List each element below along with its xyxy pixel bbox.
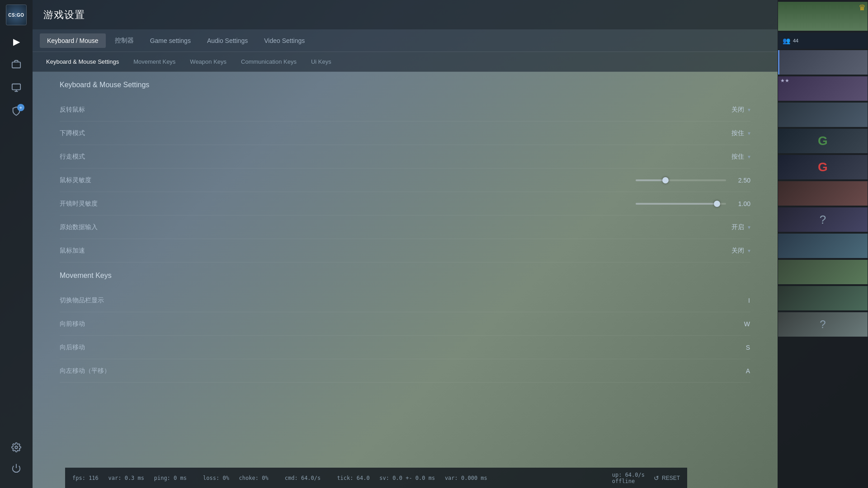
monitor-icon [11, 83, 21, 95]
scope-sensitivity-label: 开镜时灵敏度 [60, 200, 633, 208]
app-logo[interactable]: CS:GO [5, 4, 28, 26]
avatar-item-8[interactable]: ? [778, 312, 868, 337]
row-move-forward: 向前移动 W [60, 312, 750, 336]
sidebar: CS:GO ▶ + [0, 0, 33, 488]
mouse-acceleration-control: 关闭 ▾ [633, 247, 750, 255]
toggle-inventory-key[interactable]: I [748, 297, 750, 304]
avatar-item-2[interactable]: ★★ [778, 76, 868, 101]
up-status: up: 64.0/s offline [612, 472, 645, 484]
users-icon: 👥 [783, 37, 790, 44]
chevron-down-icon: ▾ [748, 154, 750, 160]
tab-video-settings[interactable]: Video Settings [257, 33, 312, 48]
row-mouse-sensitivity: 鼠标灵敏度 2.50 [60, 169, 750, 192]
walk-mode-label: 行走模式 [60, 153, 633, 161]
keyboard-mouse-section-title: Keyboard & Mouse Settings [60, 81, 750, 93]
avatar-item-unknown[interactable]: ? [778, 207, 868, 232]
briefcase-icon [11, 59, 21, 71]
tab-audio-settings[interactable]: Audio Settings [200, 33, 255, 48]
online-count-row[interactable]: 👥 44 [778, 33, 868, 49]
subtab-keyboard-mouse-settings[interactable]: Keyboard & Mouse Settings [40, 56, 125, 68]
top-avatar[interactable]: ♛ [778, 2, 868, 31]
tab-game-settings[interactable]: Game settings [143, 33, 198, 48]
raw-input-dropdown[interactable]: 开启 ▾ [714, 223, 750, 231]
avatar-item-g1[interactable]: G [778, 129, 868, 153]
mouse-sensitivity-thumb[interactable] [662, 177, 669, 183]
avatar-item-1[interactable] [778, 50, 868, 75]
avatar-item-7[interactable] [778, 286, 868, 310]
row-raw-input: 原始数据输入 开启 ▾ [60, 216, 750, 239]
sidebar-item-power[interactable] [7, 460, 25, 478]
sidebar-bottom [7, 436, 25, 481]
page-title: 游戏设置 [43, 8, 85, 22]
move-forward-control: W [633, 320, 750, 328]
crouch-mode-dropdown[interactable]: 按住 ▾ [714, 129, 750, 137]
move-forward-label: 向前移动 [60, 320, 633, 328]
avatar-item-3[interactable] [778, 103, 868, 127]
sub-nav-tabs: Keyboard & Mouse Settings Movement Keys … [33, 52, 778, 72]
scope-sensitivity-control: 1.00 [633, 200, 750, 207]
scope-sensitivity-value: 1.00 [732, 200, 750, 207]
mouse-sensitivity-slider[interactable] [636, 179, 726, 181]
toggle-inventory-control: I [633, 297, 750, 304]
avatar-item-6[interactable] [778, 260, 868, 284]
reverse-mouse-label: 反转鼠标 [60, 106, 633, 114]
move-left-control: A [633, 367, 750, 375]
reset-button[interactable]: ↺ RESET [654, 474, 680, 482]
keyboard-mouse-section: Keyboard & Mouse Settings 反转鼠标 关闭 ▾ 下蹲模式… [33, 81, 778, 263]
avatar-item-g2[interactable]: G [778, 155, 868, 179]
question-icon-2: ? [820, 318, 826, 331]
g-logo: G [818, 134, 828, 148]
svg-rect-0 [12, 62, 20, 68]
sidebar-item-gear[interactable] [7, 439, 25, 457]
raw-input-control: 开启 ▾ [633, 223, 750, 231]
status-bar: fps: 116 var: 0.3 ms ping: 0 ms loss: 0%… [65, 468, 687, 488]
move-left-key[interactable]: A [746, 367, 750, 375]
walk-mode-dropdown[interactable]: 按住 ▾ [714, 153, 750, 161]
subtab-ui-keys[interactable]: Ui Keys [305, 56, 338, 68]
gear-icon [11, 442, 21, 455]
chevron-down-icon: ▾ [748, 130, 750, 136]
raw-input-label: 原始数据输入 [60, 223, 633, 231]
g-logo-2: G [818, 160, 828, 174]
crouch-mode-control: 按住 ▾ [633, 129, 750, 137]
mouse-acceleration-label: 鼠标加速 [60, 247, 633, 255]
reverse-mouse-dropdown[interactable]: 关闭 ▾ [714, 106, 750, 114]
row-move-left: 向左移动（平移） A [60, 359, 750, 383]
sidebar-item-briefcase[interactable] [7, 56, 25, 74]
scope-sensitivity-slider[interactable] [636, 203, 726, 205]
topbar: 游戏设置 [33, 0, 778, 29]
mouse-acceleration-dropdown[interactable]: 关闭 ▾ [714, 247, 750, 255]
question-icon: ? [820, 213, 826, 227]
move-forward-key[interactable]: W [744, 320, 750, 328]
status-text: fps: 116 var: 0.3 ms ping: 0 ms loss: 0%… [72, 475, 487, 481]
row-reverse-mouse: 反转鼠标 关闭 ▾ [60, 98, 750, 122]
tab-keyboard-mouse[interactable]: Keyboard / Mouse [40, 33, 106, 48]
movement-keys-section: Movement Keys 切换物品栏显示 I 向前移动 W 向后移动 S [33, 272, 778, 383]
csgo-logo-icon: CS:GO [6, 5, 27, 25]
row-toggle-inventory: 切换物品栏显示 I [60, 289, 750, 312]
chevron-down-icon: ▾ [748, 248, 750, 254]
mouse-sensitivity-label: 鼠标灵敏度 [60, 176, 633, 184]
reverse-mouse-control: 关闭 ▾ [633, 106, 750, 114]
mouse-sensitivity-value: 2.50 [732, 177, 750, 184]
row-crouch-mode: 下蹲模式 按住 ▾ [60, 122, 750, 145]
avatar-item-4[interactable] [778, 181, 868, 206]
move-backward-key[interactable]: S [746, 344, 750, 351]
shield-badge: + [17, 104, 24, 111]
subtab-weapon-keys[interactable]: Weapon Keys [184, 56, 233, 68]
scope-sensitivity-thumb[interactable] [714, 201, 720, 207]
subtab-communication-keys[interactable]: Communication Keys [235, 56, 303, 68]
avatar-item-5[interactable] [778, 234, 868, 258]
sidebar-item-play[interactable]: ▶ [7, 33, 25, 51]
sidebar-item-shield[interactable]: + [7, 103, 25, 121]
row-walk-mode: 行走模式 按住 ▾ [60, 145, 750, 169]
mouse-sensitivity-control: 2.50 [633, 177, 750, 184]
star-badge: ★★ [780, 78, 789, 84]
walk-mode-control: 按住 ▾ [633, 153, 750, 161]
move-backward-control: S [633, 344, 750, 351]
svg-rect-1 [12, 84, 20, 89]
tab-controller[interactable]: 控制器 [108, 33, 141, 48]
sidebar-item-monitor[interactable] [7, 80, 25, 98]
row-mouse-acceleration: 鼠标加速 关闭 ▾ [60, 239, 750, 263]
subtab-movement-keys[interactable]: Movement Keys [127, 56, 182, 68]
